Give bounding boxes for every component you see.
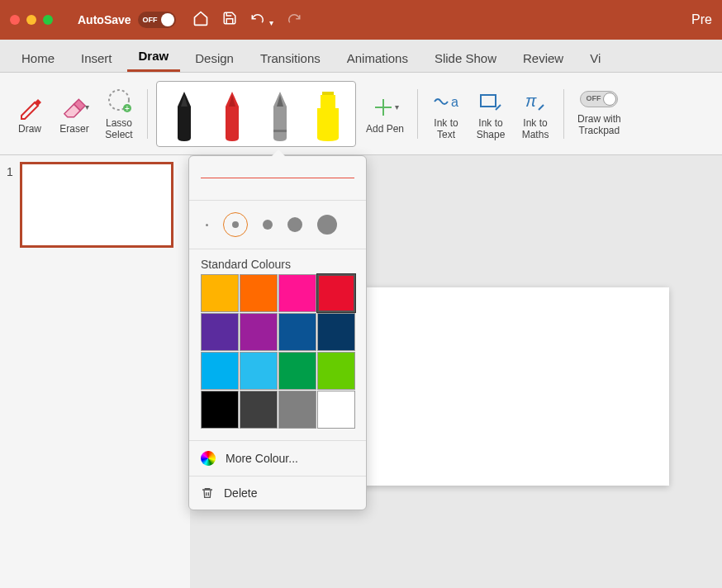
trash-icon [201, 486, 214, 500]
eraser-label: Eraser [59, 124, 88, 135]
tab-slideshow[interactable]: Slide Show [423, 45, 508, 72]
color-swatch-9[interactable] [240, 352, 278, 390]
eraser-icon: ▾ [59, 92, 89, 122]
toggle-knob [603, 92, 616, 106]
trackpad-toggle[interactable]: OFF [580, 91, 618, 107]
thickness-option-0[interactable] [206, 224, 208, 226]
maximize-window[interactable] [43, 15, 53, 25]
draw-tool[interactable]: Draw [10, 92, 50, 135]
ink-to-maths-icon: π [520, 87, 550, 116]
more-colours-button[interactable]: More Colour... [189, 440, 366, 476]
ink-to-shape[interactable]: Ink to Shape [471, 87, 511, 140]
quick-access-toolbar: ▾ [192, 10, 302, 31]
ink-to-text-label: Ink to Text [434, 118, 458, 140]
tab-transitions[interactable]: Transitions [249, 45, 332, 72]
pencil-gray[interactable] [258, 85, 302, 143]
pen-black[interactable] [162, 85, 207, 143]
thickness-option-1[interactable] [223, 212, 248, 237]
separator [417, 89, 418, 139]
more-colours-label: More Colour... [226, 452, 298, 465]
slide-canvas[interactable] [339, 287, 669, 486]
color-swatch-6[interactable] [278, 313, 316, 351]
ink-to-shape-icon [476, 87, 506, 116]
thickness-section [189, 201, 366, 249]
ribbon-tabs: Home Insert Draw Design Transitions Anim… [0, 40, 722, 73]
thickness-option-4[interactable] [317, 215, 337, 235]
color-swatch-4[interactable] [201, 313, 239, 351]
color-swatch-14[interactable] [278, 391, 316, 429]
autosave-label: AutoSave [78, 13, 131, 26]
save-icon[interactable] [222, 11, 237, 30]
window-controls [10, 15, 53, 25]
ink-to-maths[interactable]: π Ink to Maths [515, 87, 555, 140]
color-swatch-12[interactable] [201, 391, 239, 429]
svg-rect-3 [273, 130, 287, 132]
separator [563, 89, 564, 139]
slide-thumbnail-row[interactable]: 1 [7, 162, 183, 248]
lasso-icon: + [104, 87, 134, 116]
color-swatch-2[interactable] [278, 274, 316, 312]
undo-icon[interactable]: ▾ [250, 11, 273, 30]
tab-animations[interactable]: Animations [335, 45, 420, 72]
svg-text:π: π [525, 92, 537, 110]
color-swatch-3[interactable] [317, 274, 355, 312]
draw-trackpad[interactable]: OFF Draw with Trackpad [572, 91, 626, 135]
ink-to-text[interactable]: a Ink to Text [426, 87, 466, 140]
thickness-preview-section [189, 156, 366, 201]
title-bar: AutoSave OFF ▾ Pre [0, 0, 722, 40]
color-section: Standard Colours [189, 249, 366, 440]
tab-insert[interactable]: Insert [69, 45, 124, 72]
svg-text:+: + [125, 104, 130, 113]
draw-icon [15, 92, 45, 122]
delete-pen-button[interactable]: Delete [189, 476, 366, 510]
ink-to-text-icon: a [431, 87, 461, 116]
tab-view[interactable]: Vi [578, 45, 612, 72]
eraser-tool[interactable]: ▾ Eraser [55, 92, 94, 135]
color-swatch-13[interactable] [240, 391, 278, 429]
slide-thumbnail[interactable] [20, 162, 173, 248]
add-pen-label: Add Pen [366, 124, 404, 135]
color-swatch-15[interactable] [317, 391, 355, 429]
svg-text:a: a [451, 95, 458, 109]
trackpad-label: Draw with Trackpad [577, 114, 621, 135]
pen-options-dropdown: Standard Colours More Colour... Delete [188, 155, 367, 510]
svg-rect-7 [481, 95, 496, 107]
autosave-control: AutoSave OFF [78, 12, 176, 28]
lasso-label: Lasso Select [105, 118, 132, 140]
plus-icon: ▾ [370, 92, 400, 122]
color-swatch-5[interactable] [240, 313, 278, 351]
home-icon[interactable] [192, 10, 209, 31]
autosave-toggle[interactable]: OFF [138, 12, 176, 28]
ink-to-maths-label: Ink to Maths [522, 118, 549, 140]
color-wheel-icon [201, 451, 216, 466]
thickness-options [201, 212, 354, 237]
toggle-knob [161, 13, 174, 26]
draw-label: Draw [18, 124, 41, 135]
slide-number: 1 [7, 162, 13, 248]
close-window[interactable] [10, 15, 20, 25]
stroke-preview [201, 178, 354, 178]
app-title: Pre [691, 12, 712, 27]
color-swatch-1[interactable] [240, 274, 278, 312]
ink-to-shape-label: Ink to Shape [477, 118, 506, 140]
thickness-option-2[interactable] [263, 220, 273, 230]
pen-red[interactable] [210, 85, 254, 143]
color-swatch-8[interactable] [201, 352, 239, 390]
tab-design[interactable]: Design [183, 45, 245, 72]
add-pen-button[interactable]: ▾ Add Pen [361, 92, 409, 135]
lasso-tool[interactable]: + Lasso Select [99, 87, 139, 140]
highlighter-yellow[interactable] [306, 85, 350, 143]
pen-gallery [156, 81, 356, 147]
separator [147, 89, 148, 139]
tab-review[interactable]: Review [511, 45, 575, 72]
color-swatch-0[interactable] [201, 274, 239, 312]
redo-icon[interactable] [287, 11, 302, 30]
tab-draw[interactable]: Draw [127, 42, 181, 72]
thickness-option-3[interactable] [287, 217, 302, 232]
tab-home[interactable]: Home [10, 45, 66, 72]
minimize-window[interactable] [26, 15, 36, 25]
color-swatch-11[interactable] [317, 352, 355, 390]
color-swatch-7[interactable] [317, 313, 355, 351]
trackpad-state: OFF [586, 94, 601, 102]
color-swatch-10[interactable] [278, 352, 316, 390]
